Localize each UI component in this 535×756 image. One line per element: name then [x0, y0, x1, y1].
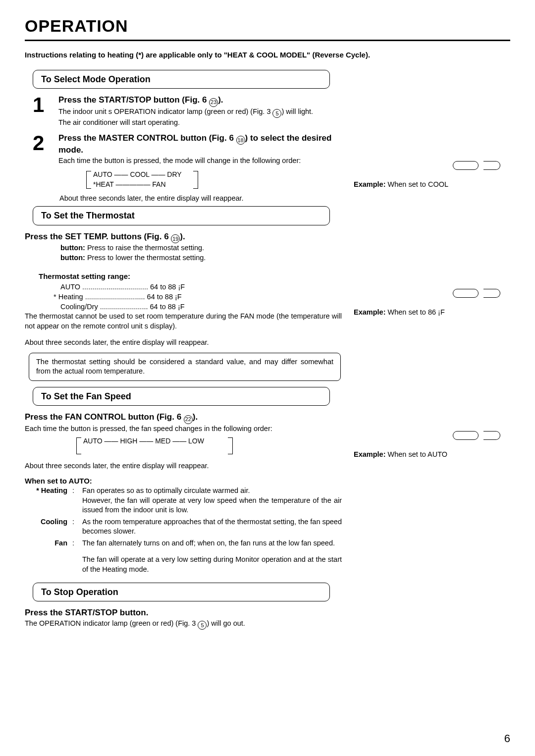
- text: Press to raise the thermostat setting.: [85, 244, 204, 252]
- title-rule: [25, 40, 510, 41]
- def-fan: Fan : The fan alternately turns on and o…: [25, 539, 342, 548]
- fan-auto-head: When set to AUTO:: [25, 476, 342, 486]
- ref-23-icon: 23: [209, 98, 218, 107]
- def-heating: * Heating : Fan operates so as to optima…: [25, 486, 342, 515]
- text: ) will light.: [281, 108, 313, 115]
- step-2-desc: Each time the button is pressed, the mod…: [58, 156, 342, 166]
- heating-note: Instructions relating to heating (*) are…: [25, 50, 510, 60]
- section-select-mode: To Select Mode Operation: [33, 70, 330, 89]
- example-caption: Example: When set to COOL: [354, 180, 510, 190]
- stop-heading: Press the START/STOP button.: [25, 607, 342, 619]
- mode-cycle-diagram: AUTO —— COOL —— DRY *HEAT ————— FAN: [89, 170, 228, 192]
- example-cool: Example: When set to COOL: [354, 161, 510, 190]
- mode-cycle-bottom: *HEAT ————— FAN: [93, 180, 166, 189]
- range-cooling: Cooling/Dry ........................ 64 …: [60, 302, 342, 312]
- step-2: 2 Press the MASTER CONTROL button (Fig. …: [33, 133, 342, 166]
- text: Press the FAN CONTROL button (Fig. 6: [25, 412, 184, 422]
- display-pill-icon: [483, 161, 500, 170]
- mode-cycle-top: AUTO —— COOL —— DRY: [93, 170, 182, 179]
- example-label: Example:: [354, 450, 385, 458]
- display-placeholder: [354, 161, 500, 170]
- step-2-heading: Press the MASTER CONTROL button (Fig. 6 …: [58, 133, 342, 156]
- thermo-heading: Press the SET TEMP. buttons (Fig. 6 19).: [25, 231, 342, 243]
- bracket-left-icon: [76, 437, 81, 454]
- step-1-line: The indoor unit s OPERATION indicator la…: [58, 107, 342, 118]
- bracket-left-icon: [86, 171, 91, 189]
- example-label: Example:: [354, 308, 385, 316]
- right-column: Example: When set to COOL Example: When …: [354, 67, 510, 630]
- fan-cycle-text: AUTO —— HIGH —— MED —— LOW: [83, 436, 204, 446]
- def-cooling: Cooling : As the room temperature approa…: [25, 517, 342, 537]
- def-label-empty: [25, 555, 67, 574]
- example-temp: Example: When set to 86 ¡F: [354, 289, 510, 318]
- colon: :: [72, 517, 77, 537]
- step-2-after: About three seconds later, the entire di…: [59, 194, 342, 204]
- step-1-heading: Press the START/STOP button (Fig. 6 23).: [58, 95, 342, 107]
- thermo-range-head: Thermostat setting range:: [39, 271, 342, 281]
- thermo-info-box: The thermostat setting should be conside…: [29, 353, 341, 381]
- text: ) will go out.: [207, 619, 245, 627]
- fan-after: About three seconds later, the entire di…: [25, 461, 342, 471]
- text: Press the SET TEMP. buttons (Fig. 6: [25, 232, 171, 241]
- stop-body: The OPERATION indicator lamp (green or r…: [25, 619, 342, 630]
- example-label: Example:: [354, 180, 385, 188]
- text: ).: [180, 232, 185, 241]
- def-body: Fan operates so as to optimally circulat…: [82, 486, 342, 515]
- section-thermostat: To Set the Thermostat: [33, 206, 330, 225]
- button-label: button:: [60, 244, 85, 252]
- ref-5-icon: 5: [272, 109, 281, 118]
- example-text: When set to COOL: [385, 180, 448, 188]
- display-placeholder: [354, 289, 500, 298]
- range-heating: * Heating ..............................…: [54, 292, 342, 302]
- fan-heading: Press the FAN CONTROL button (Fig. 6 22)…: [25, 412, 342, 424]
- page-number: 6: [504, 731, 510, 746]
- text: Press the MASTER CONTROL button (Fig. 6: [58, 133, 236, 143]
- step-2-number: 2: [33, 133, 50, 166]
- ref-5-icon: 5: [198, 621, 207, 630]
- display-pill-icon: [483, 431, 500, 440]
- def-body: The fan alternately turns on and off; wh…: [82, 539, 342, 548]
- def-body: As the room temperature approaches that …: [82, 517, 342, 537]
- display-pill-icon: [453, 289, 479, 298]
- bracket-right-icon: [193, 171, 198, 189]
- fan-desc: Each time the button is pressed, the fan…: [25, 424, 342, 434]
- section-fan-speed: To Set the Fan Speed: [33, 387, 330, 406]
- text: ).: [193, 412, 198, 422]
- colon: :: [72, 539, 77, 548]
- example-text: When set to 86 ¡F: [385, 308, 444, 316]
- fan-cycle-diagram: AUTO —— HIGH —— MED —— LOW: [79, 436, 258, 458]
- thermo-after: About three seconds later, the entire di…: [25, 338, 342, 348]
- text: The OPERATION indicator lamp (green or r…: [25, 619, 198, 627]
- section-stop: To Stop Operation: [33, 583, 330, 601]
- text: The indoor unit s OPERATION indicator la…: [58, 108, 272, 115]
- example-text: When set to AUTO: [385, 450, 447, 458]
- def-label: * Heating: [25, 486, 67, 515]
- thermo-note: The thermostat cannot be used to set roo…: [25, 312, 342, 331]
- ref-18-icon: 18: [236, 136, 245, 145]
- ref-22-icon: 22: [184, 415, 193, 424]
- page-title: OPERATION: [25, 15, 510, 38]
- example-auto: Example: When set to AUTO: [354, 431, 510, 460]
- colon-empty: [72, 555, 77, 574]
- def-extra: The fan will operate at a very low setti…: [25, 555, 342, 574]
- display-pill-icon: [453, 161, 479, 170]
- colon: :: [72, 486, 77, 515]
- def-body: The fan will operate at a very low setti…: [82, 555, 342, 574]
- def-label: Fan: [25, 539, 67, 548]
- example-caption: Example: When set to AUTO: [354, 450, 510, 460]
- text: Press the START/STOP button (Fig. 6: [58, 95, 209, 105]
- bracket-right-icon: [228, 437, 233, 454]
- left-column: To Select Mode Operation 1 Press the STA…: [25, 67, 342, 630]
- ref-19-icon: 19: [171, 234, 180, 243]
- text: Press to lower the thermostat setting.: [85, 254, 206, 262]
- display-pill-icon: [483, 289, 500, 298]
- step-1: 1 Press the START/STOP button (Fig. 6 23…: [33, 95, 342, 127]
- text: ).: [218, 95, 223, 105]
- step-1-line2: The air conditioner will start operating…: [58, 118, 342, 128]
- display-pill-icon: [453, 431, 479, 440]
- example-caption: Example: When set to 86 ¡F: [354, 308, 510, 318]
- display-placeholder: [354, 431, 500, 440]
- thermo-raise: button: Press to raise the thermostat se…: [60, 243, 342, 253]
- button-label: button:: [60, 254, 85, 262]
- step-1-number: 1: [33, 95, 50, 127]
